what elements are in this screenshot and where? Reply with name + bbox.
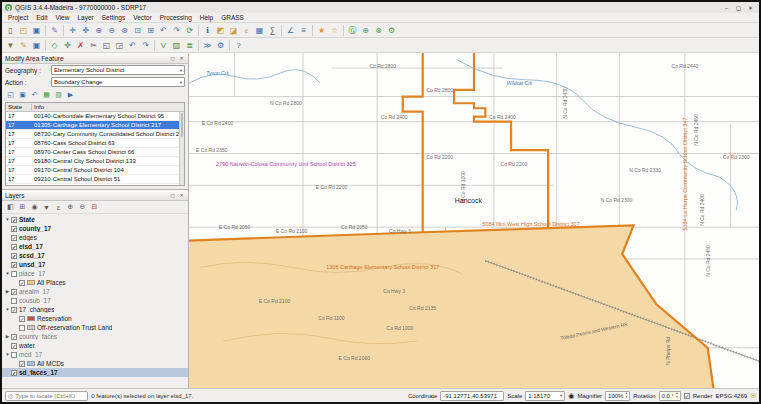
layer-item-elsd-17[interactable]: ✓elsd_17 <box>2 242 188 251</box>
map-canvas[interactable]: Tyson CrkCo Rd 2800Co Rd 2440Wildcat Crk… <box>189 53 759 388</box>
scale-select[interactable]: 1:18170 ▾ <box>525 391 565 401</box>
float-panel-button[interactable]: ◻ <box>169 55 176 61</box>
zoom-to-selection-icon[interactable]: ⊡ <box>131 24 144 37</box>
new-bookmark-icon[interactable]: ☆ <box>328 24 341 37</box>
project-new-icon[interactable]: ▯ <box>4 24 17 37</box>
measure-line-icon[interactable]: ∠ <box>284 24 297 37</box>
layer-item-scsd-17[interactable]: ✓scsd_17 <box>2 251 188 260</box>
expander-icon[interactable]: ▼ <box>4 271 11 276</box>
table-row[interactable]: 1701305-Carthage Elementary School Distr… <box>6 121 184 130</box>
layer-item-17-changes[interactable]: ▼✓17_changes <box>2 305 188 314</box>
project-save-icon[interactable]: ▣ <box>30 24 43 37</box>
layer-item-off-reservation-trust-land[interactable]: Off-reservation Trust Land <box>2 323 188 332</box>
expander-icon[interactable]: ▼ <box>4 352 11 357</box>
zoom-in-icon[interactable]: ⊕ <box>92 24 105 37</box>
layer-item-unsd-17[interactable]: ✓unsd_17 <box>2 260 188 269</box>
current-edits-icon[interactable]: ▼ <box>4 39 17 52</box>
expander-icon[interactable]: ▶ <box>4 334 11 339</box>
table-row[interactable]: 1708970-Center Cass School District 66 <box>6 148 184 157</box>
crs-indicator[interactable]: EPSG:4269 <box>715 393 747 399</box>
map-refresh-icon[interactable]: ⟳ <box>183 24 196 37</box>
close-panel-button[interactable]: ✕ <box>178 192 185 198</box>
rotation-stepper[interactable]: 0.0 ° ▴▾ <box>659 391 681 401</box>
layer-checkbox[interactable]: ✓ <box>11 334 17 340</box>
menu-grass[interactable]: GRASS <box>217 14 248 21</box>
remove-layer-icon[interactable]: ⊟ <box>89 202 100 213</box>
float-panel-button[interactable]: ◻ <box>169 192 176 198</box>
layer-checkbox[interactable]: ✓ <box>11 226 17 232</box>
select-features-icon[interactable]: ◩ <box>214 24 227 37</box>
open-attribute-table-icon[interactable]: ▦ <box>253 24 266 37</box>
undo-change-icon[interactable]: ↶ <box>29 89 40 100</box>
filter-by-expression-icon[interactable]: ε <box>53 202 64 213</box>
layer-checkbox[interactable]: ✓ <box>11 217 17 223</box>
grass-close-mapset-icon[interactable]: ⊗ <box>372 24 385 37</box>
layer-item-county-faces[interactable]: ▶✓county_faces <box>2 332 188 341</box>
column-header-info[interactable]: Info <box>32 104 184 110</box>
minimize-button[interactable]: – <box>721 3 732 12</box>
menu-view[interactable]: View <box>51 14 73 21</box>
geography-select[interactable]: Elementary School District ▾ <box>51 65 185 75</box>
layer-checkbox[interactable] <box>11 298 17 304</box>
delete-selected-icon[interactable]: ✗ <box>74 39 87 52</box>
action-select[interactable]: Boundary Change ▾ <box>51 77 185 87</box>
paste-features-icon[interactable]: ◲ <box>113 39 126 52</box>
menu-layer[interactable]: Layer <box>73 14 97 21</box>
menu-edit[interactable]: Edit <box>32 14 51 21</box>
layer-checkbox[interactable]: ✓ <box>11 370 17 376</box>
render-checkbox[interactable]: ✓ <box>684 393 690 399</box>
layer-checkbox[interactable]: ✓ <box>11 289 17 295</box>
layer-checkbox[interactable]: ✓ <box>11 253 17 259</box>
table-row[interactable]: 1708760-Cass School District 63 <box>6 139 184 148</box>
layer-checkbox[interactable]: ✓ <box>11 262 17 268</box>
cut-features-icon[interactable]: ✂ <box>87 39 100 52</box>
layer-item-sd-faces-17[interactable]: ✓sd_faces_17 <box>2 368 188 377</box>
locate-bar[interactable]: ◎ <box>5 391 88 401</box>
layer-item-all-mcds[interactable]: ✓All MCDs <box>2 359 188 368</box>
table-row[interactable]: 1709170-Central School District 104 <box>6 166 184 175</box>
zoom-out-icon[interactable]: ⊖ <box>105 24 118 37</box>
layer-item-cousub-17[interactable]: cousub_17 <box>2 296 188 305</box>
layer-item-place-17[interactable]: ▼place_17 <box>2 269 188 278</box>
log-messages-icon[interactable]: ✉ <box>750 392 756 400</box>
collapse-all-icon[interactable]: ⊖ <box>77 202 88 213</box>
deselect-features-icon[interactable]: ◪ <box>227 24 240 37</box>
layer-item-water[interactable]: ✓water <box>2 341 188 350</box>
menu-help[interactable]: Help <box>196 14 217 21</box>
table-row[interactable]: 1708730-Cary Community Consolidated Scho… <box>6 130 184 139</box>
table-row[interactable]: 1709180-Central City School District 133 <box>6 157 184 166</box>
close-button[interactable]: ✕ <box>745 3 756 12</box>
lock-scale-icon[interactable]: ◉ <box>568 392 574 400</box>
toggle-editing-icon[interactable]: ✎ <box>17 39 30 52</box>
save-feature-icon[interactable]: ▣ <box>17 89 28 100</box>
locate-input[interactable] <box>15 393 85 399</box>
layer-checkbox[interactable]: ✓ <box>11 343 17 349</box>
pan-map-icon[interactable]: ✛ <box>66 24 79 37</box>
zoom-to-layer-icon[interactable]: ⊞ <box>144 24 157 37</box>
maximize-button[interactable]: ▢ <box>733 3 744 12</box>
expander-icon[interactable]: ▶ <box>4 289 11 294</box>
undo-icon[interactable]: ↶ <box>126 39 139 52</box>
copy-feature-icon[interactable]: ◱ <box>5 89 16 100</box>
style-manager-icon[interactable]: ✎ <box>48 24 61 37</box>
layer-checkbox[interactable] <box>11 271 17 277</box>
layer-item-reservation[interactable]: ✓Reservation <box>2 314 188 323</box>
grass-tools-icon[interactable]: ⚙ <box>385 24 398 37</box>
table-row[interactable]: 1700140-Carbondale Elementary School Dis… <box>6 112 184 121</box>
add-raster-layer-icon[interactable]: ▨ <box>170 39 183 52</box>
field-calculator-icon[interactable]: ∑ <box>266 24 279 37</box>
select-by-expression-icon[interactable]: ε <box>240 24 253 37</box>
identify-features-icon[interactable]: ℹ <box>201 24 214 37</box>
zoom-last-icon[interactable]: ↶ <box>157 24 170 37</box>
layer-item-county-17[interactable]: ✓county_17 <box>2 224 188 233</box>
add-polygon-feature-icon[interactable]: ◇ <box>48 39 61 52</box>
menu-vector[interactable]: Vector <box>129 14 155 21</box>
layer-item-mcd-17[interactable]: ▼mcd_17 <box>2 350 188 359</box>
stepper-arrows-icon[interactable]: ▴▾ <box>676 392 678 399</box>
coordinate-field[interactable]: -91.12771,40.53971 <box>440 391 504 401</box>
layer-item-edges[interactable]: ✓edges <box>2 233 188 242</box>
submit-changes-icon[interactable]: ▶ <box>65 89 76 100</box>
close-panel-button[interactable]: ✕ <box>178 55 185 61</box>
manage-map-themes-icon[interactable]: ◉ <box>29 202 40 213</box>
table-scrollbar[interactable] <box>179 112 184 185</box>
